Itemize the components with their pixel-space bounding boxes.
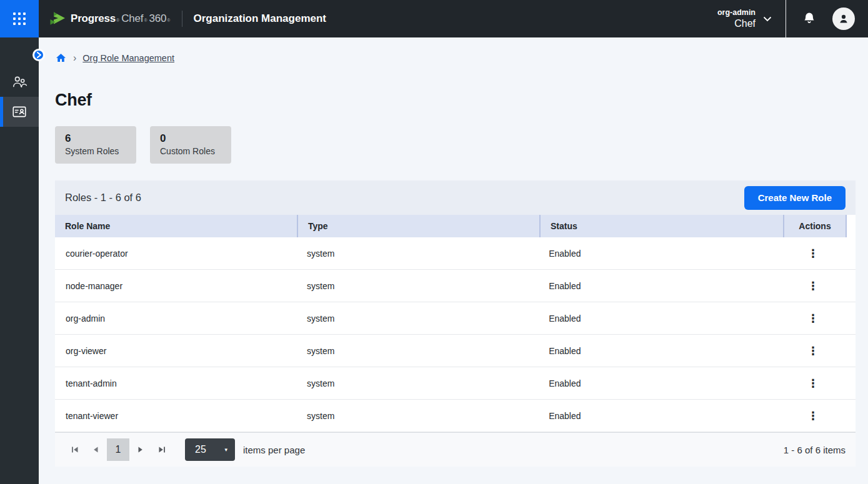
- table-row: node-manager system Enabled ⋮: [55, 270, 856, 302]
- trademark-symbol: ®: [116, 18, 119, 22]
- column-header-status: Status: [539, 215, 783, 237]
- scrollbar-gutter: [845, 237, 856, 269]
- account-org-label: Chef: [717, 17, 756, 30]
- stat-value: 0: [160, 132, 221, 145]
- table-row: courier-operator system Enabled ⋮: [55, 237, 856, 270]
- table-header-row: Role Name Type Status Actions: [55, 215, 856, 237]
- scrollbar-gutter: [845, 335, 856, 367]
- person-icon: [837, 12, 851, 26]
- brand-chef-text: Chef: [121, 12, 143, 25]
- header-divider: [182, 11, 182, 27]
- role-status-cell: Enabled: [538, 237, 781, 269]
- app-header: Progress® Chef® 360® Organization Manage…: [0, 0, 868, 37]
- pagination-bar: 1 25 ▾ items per page 1 - 6 of 6 items: [55, 432, 856, 467]
- stat-card-system-roles: 6 System Roles: [55, 126, 136, 164]
- row-actions-menu-button[interactable]: ⋮: [802, 342, 824, 360]
- user-avatar-button[interactable]: [832, 7, 855, 30]
- trademark-symbol: ®: [144, 18, 147, 22]
- column-header-type: Type: [297, 215, 539, 237]
- breadcrumb-home-link[interactable]: [55, 52, 67, 64]
- page-number-button[interactable]: 1: [107, 438, 129, 461]
- role-name-cell: courier-operator: [55, 237, 296, 269]
- table-row: tenant-viewer system Enabled ⋮: [55, 400, 856, 432]
- bell-icon: [802, 11, 817, 26]
- scrollbar-gutter: [847, 215, 856, 237]
- role-name-cell: org-viewer: [55, 335, 296, 367]
- row-actions-menu-button[interactable]: ⋮: [802, 244, 824, 263]
- scrollbar-gutter: [845, 302, 856, 334]
- caret-down-icon: ▾: [224, 447, 227, 453]
- role-status-cell: Enabled: [538, 335, 781, 367]
- role-status-cell: Enabled: [538, 270, 781, 302]
- pagination-range-label: 1 - 6 of 6 items: [784, 445, 846, 455]
- role-type-cell: system: [296, 270, 538, 302]
- role-status-cell: Enabled: [538, 367, 781, 399]
- sidebar: [0, 37, 39, 484]
- role-type-cell: system: [296, 367, 538, 399]
- account-role-label: org-admin: [717, 7, 756, 17]
- stat-label: System Roles: [65, 145, 126, 157]
- role-name-cell: tenant-admin: [55, 367, 296, 399]
- brand-360-text: 360: [149, 12, 167, 25]
- role-name-cell: org-admin: [55, 302, 296, 334]
- stat-label: Custom Roles: [160, 145, 221, 157]
- roles-count-title: Roles - 1 - 6 of 6: [65, 192, 141, 204]
- account-menu[interactable]: org-admin Chef: [717, 7, 772, 30]
- items-per-page-value: 25: [195, 444, 206, 455]
- previous-page-icon: [92, 446, 99, 453]
- scrollbar-gutter: [845, 270, 856, 302]
- stats-row: 6 System Roles 0 Custom Roles: [55, 126, 856, 164]
- page-title: Chef: [55, 90, 856, 110]
- breadcrumb-current-link[interactable]: Org Role Management: [82, 53, 174, 63]
- stat-value: 6: [65, 132, 126, 145]
- home-icon: [55, 52, 67, 64]
- table-row: org-viewer system Enabled ⋮: [55, 335, 856, 367]
- chevron-right-icon: [36, 52, 42, 58]
- role-type-cell: system: [296, 400, 538, 432]
- next-page-button[interactable]: [130, 438, 151, 461]
- sidebar-item-org-roles[interactable]: [0, 97, 39, 127]
- row-actions-menu-button[interactable]: ⋮: [802, 277, 824, 295]
- role-name-cell: node-manager: [55, 270, 296, 302]
- brand-logo: Progress® Chef® 360®: [49, 11, 171, 26]
- next-page-icon: [137, 446, 144, 453]
- scrollbar-gutter: [845, 400, 856, 432]
- last-page-button[interactable]: [151, 438, 172, 461]
- column-header-actions: Actions: [783, 215, 847, 237]
- role-name-cell: tenant-viewer: [55, 400, 296, 432]
- first-page-button[interactable]: [64, 438, 85, 461]
- column-header-role-name: Role Name: [55, 215, 297, 237]
- brand-progress-text: Progress: [71, 12, 116, 25]
- apps-grid-icon: [13, 12, 26, 25]
- previous-page-button[interactable]: [85, 438, 106, 461]
- role-type-cell: system: [296, 302, 538, 334]
- role-type-cell: system: [296, 335, 538, 367]
- items-per-page-select[interactable]: 25 ▾: [185, 438, 235, 461]
- row-actions-menu-button[interactable]: ⋮: [802, 374, 824, 393]
- items-per-page-label: items per page: [243, 445, 305, 455]
- progress-chevron-icon: [49, 11, 66, 26]
- create-new-role-button[interactable]: Create New Role: [744, 186, 846, 210]
- scrollbar-gutter: [845, 367, 856, 399]
- sidebar-expand-button[interactable]: [32, 49, 45, 61]
- notifications-button[interactable]: [786, 0, 832, 37]
- role-status-cell: Enabled: [538, 302, 781, 334]
- first-page-icon: [71, 446, 79, 453]
- roles-panel: Roles - 1 - 6 of 6 Create New Role Role …: [55, 180, 856, 467]
- table-row: org-admin system Enabled ⋮: [55, 302, 856, 335]
- last-page-icon: [158, 446, 166, 453]
- app-title: Organization Management: [194, 12, 327, 25]
- row-actions-menu-button[interactable]: ⋮: [802, 309, 824, 328]
- table-row: tenant-admin system Enabled ⋮: [55, 367, 856, 400]
- role-status-cell: Enabled: [538, 400, 781, 432]
- role-type-cell: system: [296, 237, 538, 269]
- users-icon: [11, 74, 27, 90]
- row-actions-menu-button[interactable]: ⋮: [802, 407, 824, 425]
- breadcrumb: › Org Role Management: [55, 50, 856, 66]
- roles-toolbar: Roles - 1 - 6 of 6 Create New Role: [55, 180, 856, 215]
- sidebar-item-users[interactable]: [0, 67, 39, 97]
- stat-card-custom-roles: 0 Custom Roles: [150, 126, 231, 164]
- breadcrumb-separator-icon: ›: [73, 53, 76, 63]
- chevron-down-icon: [763, 16, 772, 22]
- apps-grid-button[interactable]: [0, 0, 39, 37]
